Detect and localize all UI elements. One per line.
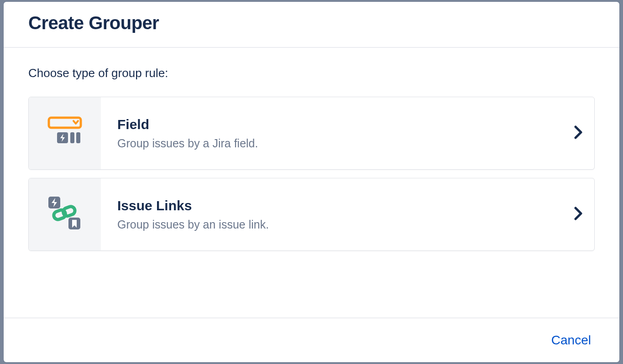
svg-rect-3 xyxy=(76,132,80,143)
modal-title: Create Grouper xyxy=(28,13,595,33)
option-issue-links-chevron xyxy=(562,178,594,250)
option-field-title: Field xyxy=(117,117,546,132)
option-list: Field Group issues by a Jira field. xyxy=(28,97,595,251)
cancel-button[interactable]: Cancel xyxy=(548,331,595,349)
option-field-icon-wrap xyxy=(29,97,101,169)
issue-links-icon xyxy=(44,194,86,235)
option-field-desc: Group issues by a Jira field. xyxy=(117,137,546,150)
chevron-right-icon xyxy=(574,125,583,141)
modal-footer: Cancel xyxy=(4,317,619,362)
option-issue-links-icon-wrap xyxy=(29,178,101,250)
create-grouper-modal: Create Grouper Choose type of group rule… xyxy=(4,2,619,362)
option-field[interactable]: Field Group issues by a Jira field. xyxy=(28,97,595,170)
option-field-text: Field Group issues by a Jira field. xyxy=(101,97,562,169)
option-issue-links-text: Issue Links Group issues by an issue lin… xyxy=(101,178,562,250)
svg-rect-7 xyxy=(62,205,76,217)
svg-rect-2 xyxy=(70,132,74,143)
modal-header: Create Grouper xyxy=(4,2,619,48)
option-field-chevron xyxy=(562,97,594,169)
option-issue-links-desc: Group issues by an issue link. xyxy=(117,218,546,231)
modal-body: Choose type of group rule: xyxy=(4,48,619,317)
chevron-right-icon xyxy=(574,206,583,223)
field-grouper-icon xyxy=(45,115,84,151)
prompt-text: Choose type of group rule: xyxy=(28,66,595,80)
option-issue-links[interactable]: Issue Links Group issues by an issue lin… xyxy=(28,178,595,251)
option-issue-links-title: Issue Links xyxy=(117,198,546,213)
